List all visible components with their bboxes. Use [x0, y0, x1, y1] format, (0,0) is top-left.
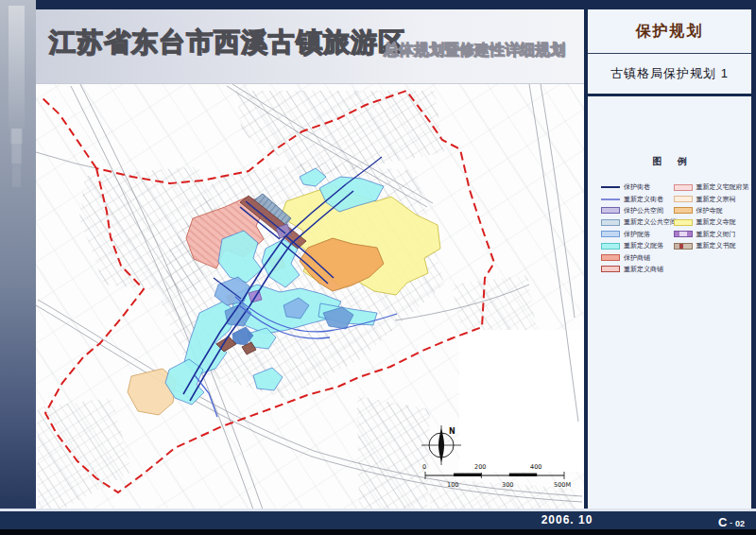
legend-label: 保护街巷	[624, 182, 650, 192]
legend-swatch	[674, 231, 693, 237]
plan-sheet-page: 江苏省东台市西溪古镇旅游区 总体规划暨修建性详细规划	[0, 0, 756, 535]
legend-label: 重新定义宅院府第	[696, 182, 749, 192]
title-band: 江苏省东台市西溪古镇旅游区 总体规划暨修建性详细规划	[36, 9, 584, 83]
legend-swatch	[674, 207, 693, 214]
legend-item: 保护院落	[601, 229, 674, 240]
legend-item: 重新定义宗祠	[674, 193, 747, 204]
legend-label: 保护寺院	[696, 206, 723, 216]
date-label: 2006. 10	[510, 513, 624, 526]
map-panel: N 0 200 400 100 300 500M	[36, 83, 584, 509]
legend-item: 重新定义院落	[601, 240, 674, 251]
site-map: N 0 200 400 100 300 500M	[36, 84, 584, 509]
sidebar: 保护规划 古镇格局保护规划 1 图 例 保护街巷 重新定义街巷	[584, 9, 751, 509]
legend-label: 保护院落	[624, 230, 650, 239]
legend-swatch	[601, 254, 620, 261]
legend-item: 重新定义寺院	[674, 216, 747, 228]
legend-item: 重新定义衙门	[674, 229, 747, 240]
legend-label: 重新定义宗祠	[696, 195, 736, 204]
legend-swatch	[601, 243, 620, 250]
svg-text:200: 200	[474, 463, 486, 471]
left-photo-strip	[0, 0, 36, 514]
legend-label: 重新定义公共空间	[624, 217, 677, 227]
svg-text:500M: 500M	[554, 481, 571, 489]
project-subtitle: 总体规划暨修建性详细规划	[384, 41, 565, 60]
sheet-number: C-02	[718, 513, 745, 530]
legend-label: 重新定义街巷	[624, 195, 663, 204]
pagoda-photo	[9, 6, 25, 129]
legend-swatch	[674, 196, 693, 202]
sheet-separator: -	[730, 518, 732, 526]
legend-label: 保护公共空间	[624, 206, 663, 216]
legend-label: 重新定义院落	[624, 241, 663, 250]
section-title-box: 保护规划	[588, 9, 751, 54]
svg-text:0: 0	[422, 463, 426, 471]
sheet-code: C	[718, 515, 727, 529]
section-title: 保护规划	[636, 22, 704, 42]
legend-item: 重新定义公共空间	[601, 216, 674, 228]
legend-label: 重新定义衙门	[696, 230, 736, 239]
legend-label: 保护商铺	[624, 253, 650, 263]
legend-item: 保护寺院	[674, 205, 747, 216]
legend-swatch	[601, 231, 620, 237]
legend-label: 重新定义商铺	[624, 265, 663, 274]
legend-swatch	[674, 184, 693, 191]
sheet-num: 02	[735, 519, 745, 528]
legend-swatch	[674, 243, 693, 250]
legend-swatch	[674, 219, 693, 226]
legend-swatch	[601, 198, 620, 200]
legend-column-left: 保护街巷 重新定义街巷 保护公共空间 重新定义公共空间	[601, 181, 674, 275]
sheet-title: 古镇格局保护规划 1	[610, 65, 729, 82]
svg-text:N: N	[449, 427, 455, 436]
legend-label: 重新定义寺院	[696, 217, 736, 227]
legend-item: 保护公共空间	[601, 205, 674, 216]
legend-item: 重新定义宅院府第	[674, 181, 747, 193]
legend-item: 重新定义书院	[674, 240, 747, 251]
legend-item: 重新定义商铺	[601, 264, 674, 275]
legend-swatch	[601, 186, 620, 188]
legend-title: 图 例	[588, 155, 751, 168]
legend-swatch	[601, 207, 620, 214]
svg-text:100: 100	[447, 481, 458, 489]
legend-item: 保护商铺	[601, 251, 674, 263]
svg-text:300: 300	[502, 481, 513, 489]
svg-text:400: 400	[530, 463, 541, 471]
bottom-edge	[0, 529, 756, 535]
legend-swatch	[601, 266, 620, 272]
legend-item: 保护街巷	[601, 181, 674, 193]
legend-item: 重新定义街巷	[601, 193, 674, 204]
legend-label: 重新定义书院	[696, 241, 736, 250]
legend-swatch	[601, 219, 620, 226]
project-title: 江苏省东台市西溪古镇旅游区	[49, 25, 405, 60]
legend: 图 例 保护街巷 重新定义街巷 保护公共空间	[588, 155, 751, 275]
legend-column-right: 重新定义宅院府第 重新定义宗祠 保护寺院 重新定义寺院	[674, 181, 747, 275]
footer-bar: 2006. 10 C-02	[0, 511, 756, 529]
sheet-title-box: 古镇格局保护规划 1	[588, 54, 751, 96]
